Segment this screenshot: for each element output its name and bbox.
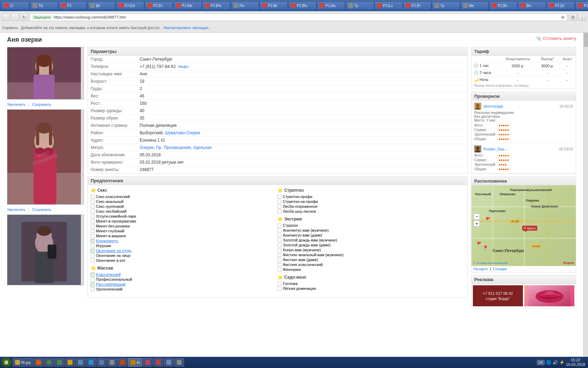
taskbar-app-nero[interactable] (153, 358, 163, 367)
save-photo-2-link[interactable]: Сохранить (32, 207, 51, 212)
tab-6[interactable]: PJ |H... (145, 1, 173, 10)
district-link[interactable]: Шувалово-Озерки (165, 130, 200, 135)
map-label-parg: Парголово (489, 209, 506, 213)
language-btn[interactable]: UK (537, 360, 545, 365)
clock-display: 15:22 (566, 358, 585, 362)
save-photo-1-link[interactable]: Сохранить (32, 102, 51, 107)
tab-14[interactable]: PJ |Lu (374, 1, 402, 10)
tab-8[interactable]: PJ |Flc (202, 1, 230, 10)
taskbar-app-filezilla[interactable] (118, 358, 127, 367)
pref-copro-man: Копро-вам (мужчине) (278, 247, 464, 252)
tab-19[interactable]: Bic (518, 1, 546, 10)
pref-strapon: Страпон (278, 223, 464, 228)
forward-btn[interactable]: → (11, 13, 19, 21)
review-2-name[interactable]: Ruslan_Sup... (483, 147, 507, 151)
page-scrollbar[interactable] (583, 33, 588, 357)
enlarge-photo-1-link[interactable]: Увеличить (7, 102, 26, 107)
ads-box: Реклама +7 911 017 06 02 студия "Бордо" (471, 275, 576, 308)
pref-massage: 🌟 Массаж Классический Профессиональный Р… (91, 266, 278, 292)
tab-icon-21 (578, 3, 583, 8)
tab-9[interactable]: Flo (231, 1, 259, 10)
ad-1-phone: +7 911 017 06 02 (483, 291, 513, 295)
tab-2[interactable]: Tin (30, 1, 58, 10)
enlarge-photo-2-link[interactable]: Увеличить (7, 207, 26, 212)
taskbar-app-unknown2[interactable] (107, 358, 117, 367)
pref-finish-chest[interactable]: Окончание на грудь (91, 248, 278, 253)
name-label: Настоящее имя: (88, 70, 137, 78)
taskbar-app-unknown1[interactable] (76, 358, 85, 367)
app-icon-file (15, 360, 20, 365)
pref-cunnilingus[interactable]: Куннилингус (91, 238, 278, 243)
map-link[interactable]: На карте (474, 267, 488, 271)
ad-2[interactable] (524, 285, 574, 306)
tab-icon-7 (176, 3, 181, 8)
checkbox-finish-chest (91, 249, 94, 253)
pref-finish-face: Окончание на лицо (91, 253, 278, 258)
extensions-btn[interactable]: ⊞ (569, 13, 577, 21)
taskbar-app-utorrent[interactable] (55, 358, 64, 367)
refresh-btn[interactable]: ↻ (20, 13, 28, 21)
taskbar-app-mail[interactable] (65, 358, 75, 367)
review-1-service-stars: Сервис: ●●●●● (474, 128, 573, 132)
taskbar-app-telegram[interactable] (86, 358, 96, 367)
address-bar[interactable]: Защищено https://www.rusdosug.com/indi24… (29, 13, 568, 21)
metro-link-2[interactable]: Пр. Просвещения (156, 145, 191, 150)
phone-info-link[interactable]: Инфо (178, 64, 188, 69)
taskbar-app-vpn[interactable] (97, 358, 106, 367)
tab-17[interactable]: Me (461, 1, 489, 10)
map-zoom-plus-btn[interactable]: + (474, 220, 480, 227)
tab-icon-10 (262, 3, 267, 8)
map-location-marker[interactable]: Я здесь! (522, 226, 537, 231)
settings-btn[interactable]: ⋮ (578, 13, 586, 21)
back-btn[interactable]: ← (2, 13, 10, 21)
ad-1[interactable]: +7 911 017 06 02 студия "Бордо" (473, 285, 523, 306)
pref-massage-relax[interactable]: Расслабляющий (91, 282, 278, 287)
tab-10[interactable]: PJ |M (260, 1, 288, 10)
review-1-name[interactable]: skomnyaga (483, 104, 503, 108)
metro-link-1[interactable]: Озерки (140, 145, 154, 150)
map-container[interactable]: Песочный Левашово Кузьмоловский Порошкин… (471, 185, 576, 266)
taskbar-app-chrome[interactable] (44, 358, 54, 367)
import-bookmarks-link[interactable]: Импортировать закладки... (163, 26, 211, 30)
checkbox-massage-pro (91, 278, 94, 281)
taskbar-app-ai[interactable]: Ai (128, 358, 142, 367)
taskbar-app-web[interactable] (174, 358, 184, 367)
services-link[interactable]: Сервисы (2, 26, 18, 30)
checkbox-massage-relax (91, 282, 94, 286)
review-1: skomnyaga 18.01/18 Реальная индивидуалка… (471, 101, 576, 143)
tab-18[interactable]: PJ |M... (489, 1, 517, 10)
tab-11[interactable]: PJ |Ru (288, 1, 316, 10)
tab-21[interactable]: PJ |As (575, 1, 588, 10)
postpone-label: Отложить анкету (543, 36, 576, 41)
page-header: Аня озерки 📎 Отложить анкету (7, 36, 576, 43)
tab-16[interactable]: Tp (432, 1, 460, 10)
param-id-row: Номер анкеты: 248877 (88, 166, 467, 173)
tab-1[interactable]: Cr (1, 1, 29, 10)
pref-massage-classic[interactable]: Классический (91, 272, 278, 277)
taskbar-app-files[interactable] (164, 358, 174, 367)
pref-sex: 🌟 Секс Секс-классический Секс-анальный С… (91, 188, 278, 263)
photo-2-box: ФОТОПРОВЕРЕНО (7, 109, 84, 205)
scrollbar-thumb[interactable] (584, 33, 588, 47)
tab-7[interactable]: PJ |Ne (174, 1, 202, 10)
taskbar-app-music[interactable] (143, 358, 153, 367)
metro-link-3[interactable]: Удельная (193, 145, 211, 150)
tab-20[interactable]: PJ |Sr (547, 1, 575, 10)
bookmark-prompt: Добавляйте на эту панель закладки, к кот… (21, 26, 161, 30)
pref-sex-classic: Секс-классический (91, 194, 278, 199)
tab-4[interactable]: |Br (88, 1, 115, 10)
tab-5[interactable]: PJ |Ce (116, 1, 144, 10)
tariff-row-1h: 🕐 1 час 2000 р. 3000 р. - (471, 62, 576, 69)
tab-13[interactable]: Tp (346, 1, 374, 10)
tab-15[interactable]: PJ |Fr (403, 1, 431, 10)
taskbar-app-firefox[interactable] (34, 358, 43, 367)
start-button[interactable]: ⊞ (1, 358, 11, 367)
map-terms-link[interactable]: Условия использования (476, 261, 507, 265)
tab-12[interactable]: PJ |As (317, 1, 345, 10)
map-zoom-minus-btn[interactable]: − (474, 213, 480, 220)
postpone-link[interactable]: 📎 Отложить анкету (536, 36, 576, 41)
bookmark-star-btn[interactable]: ★ (561, 14, 565, 20)
taskbar-app-file[interactable]: 06.jpg (13, 358, 33, 367)
tab-3[interactable]: PJ (59, 1, 87, 10)
neighbors-link[interactable]: Соседки (493, 267, 507, 271)
